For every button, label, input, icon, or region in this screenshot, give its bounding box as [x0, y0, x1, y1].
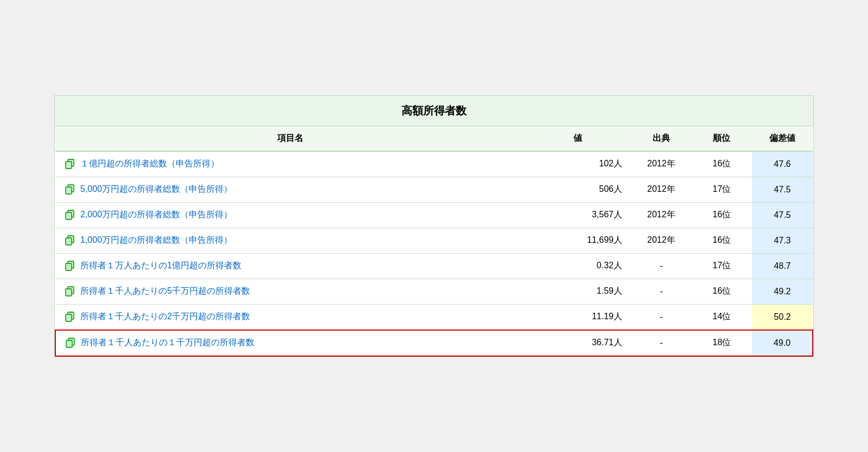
- item-label[interactable]: １億円超の所得者総数（申告所得）: [80, 158, 219, 170]
- cell-name: 所得者１千人あたりの5千万円超の所得者数: [55, 279, 525, 304]
- cell-value: 0.32人: [525, 253, 631, 279]
- cell-value: 11,699人: [525, 228, 631, 253]
- svg-rect-7: [66, 238, 72, 245]
- item-label[interactable]: 5,000万円超の所得者総数（申告所得）: [80, 184, 232, 195]
- cell-name: 所得者１万人あたりの1億円超の所得者数: [55, 253, 525, 279]
- cell-name: 所得者１千人あたりの2千万円超の所得者数: [55, 304, 525, 330]
- item-label[interactable]: 所得者１万人あたりの1億円超の所得者数: [80, 260, 241, 272]
- copy-icon[interactable]: [64, 235, 76, 247]
- cell-deviation: 47.3: [752, 228, 813, 253]
- cell-deviation: 50.2: [752, 304, 813, 330]
- table-row: 所得者１千人あたりの5千万円超の所得者数1.59人-16位49.2: [55, 279, 813, 304]
- data-table: 項目名 値 出典 順位 偏差値 １億円超の所得者総数（申告所得）102人2012…: [55, 126, 813, 357]
- copy-icon[interactable]: [64, 311, 76, 323]
- copy-icon[interactable]: [64, 209, 76, 221]
- cell-rank: 14位: [692, 304, 752, 330]
- cell-source: 2012年: [631, 151, 692, 177]
- svg-rect-5: [66, 212, 72, 219]
- item-label[interactable]: 所得者１千人あたりの１千万円超の所得者数: [81, 337, 254, 348]
- cell-rank: 16位: [692, 202, 752, 228]
- cell-deviation: 47.5: [752, 177, 813, 202]
- cell-name: 1,000万円超の所得者総数（申告所得）: [55, 228, 525, 253]
- table-title: 高額所得者数: [55, 96, 813, 126]
- cell-value: 36.71人: [525, 330, 631, 356]
- cell-rank: 18位: [692, 330, 752, 356]
- header-value: 値: [525, 126, 631, 151]
- cell-deviation: 49.0: [752, 330, 813, 356]
- cell-deviation: 49.2: [752, 279, 813, 304]
- cell-deviation: 48.7: [752, 253, 813, 279]
- header-deviation: 偏差値: [752, 126, 813, 151]
- cell-rank: 16位: [692, 151, 752, 177]
- table-row: 5,000万円超の所得者総数（申告所得）506人2012年17位47.5: [55, 177, 813, 202]
- copy-icon[interactable]: [65, 337, 76, 349]
- cell-source: -: [631, 253, 692, 279]
- cell-deviation: 47.6: [752, 151, 813, 177]
- table-row: 所得者１万人あたりの1億円超の所得者数0.32人-17位48.7: [55, 253, 813, 279]
- item-label[interactable]: 2,000万円超の所得者総数（申告所得）: [80, 209, 232, 221]
- main-table-container: 高額所得者数 項目名 値 出典 順位 偏差値 １億円超の所得者総数（申告所得）1…: [54, 95, 814, 357]
- table-header-row: 項目名 値 出典 順位 偏差値: [55, 126, 813, 151]
- cell-name: １億円超の所得者総数（申告所得）: [55, 151, 525, 177]
- table-body: １億円超の所得者総数（申告所得）102人2012年16位47.6 5,000万円…: [55, 151, 813, 356]
- svg-rect-3: [66, 187, 72, 194]
- table-row: 1,000万円超の所得者総数（申告所得）11,699人2012年16位47.3: [55, 228, 813, 253]
- cell-source: -: [631, 304, 692, 330]
- svg-rect-11: [66, 289, 72, 296]
- cell-source: -: [631, 330, 692, 356]
- svg-rect-15: [66, 340, 72, 347]
- table-row: 2,000万円超の所得者総数（申告所得）3,567人2012年16位47.5: [55, 202, 813, 228]
- cell-name: 5,000万円超の所得者総数（申告所得）: [55, 177, 525, 202]
- header-source: 出典: [631, 126, 692, 151]
- copy-icon[interactable]: [64, 158, 76, 170]
- table-row: １億円超の所得者総数（申告所得）102人2012年16位47.6: [55, 151, 813, 177]
- svg-rect-9: [66, 263, 72, 270]
- item-label[interactable]: 所得者１千人あたりの2千万円超の所得者数: [80, 311, 250, 322]
- cell-rank: 16位: [692, 228, 752, 253]
- cell-rank: 17位: [692, 253, 752, 279]
- cell-value: 1.59人: [525, 279, 631, 304]
- copy-icon[interactable]: [64, 184, 76, 196]
- cell-source: 2012年: [631, 202, 692, 228]
- cell-value: 3,567人: [525, 202, 631, 228]
- cell-deviation: 47.5: [752, 202, 813, 228]
- svg-rect-1: [66, 162, 72, 169]
- copy-icon[interactable]: [64, 260, 76, 272]
- table-row: 所得者１千人あたりの１千万円超の所得者数36.71人-18位49.0: [55, 330, 813, 356]
- item-label[interactable]: 1,000万円超の所得者総数（申告所得）: [80, 235, 232, 246]
- header-name: 項目名: [55, 126, 525, 151]
- cell-value: 102人: [525, 151, 631, 177]
- cell-source: 2012年: [631, 228, 692, 253]
- item-label[interactable]: 所得者１千人あたりの5千万円超の所得者数: [80, 286, 250, 297]
- cell-source: 2012年: [631, 177, 692, 202]
- cell-rank: 16位: [692, 279, 752, 304]
- cell-rank: 17位: [692, 177, 752, 202]
- header-rank: 順位: [692, 126, 752, 151]
- cell-value: 506人: [525, 177, 631, 202]
- copy-icon[interactable]: [64, 286, 76, 298]
- table-row: 所得者１千人あたりの2千万円超の所得者数11.19人-14位50.2: [55, 304, 813, 330]
- cell-source: -: [631, 279, 692, 304]
- cell-value: 11.19人: [525, 304, 631, 330]
- svg-rect-13: [66, 314, 72, 321]
- cell-name: 所得者１千人あたりの１千万円超の所得者数: [55, 330, 525, 356]
- cell-name: 2,000万円超の所得者総数（申告所得）: [55, 202, 525, 228]
